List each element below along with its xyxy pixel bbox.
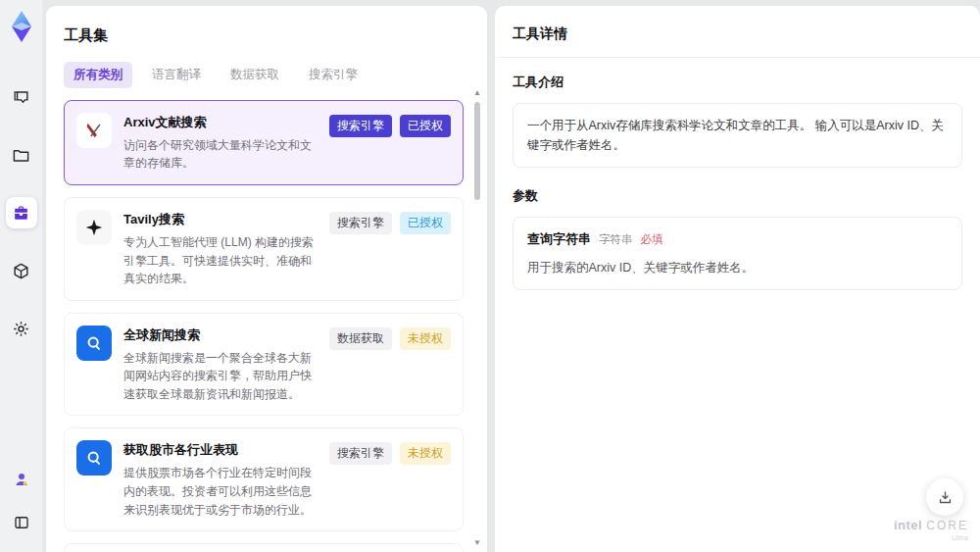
tool-list: Arxiv文献搜索 访问各个研究领域大量科学论文和文章的存储库。 搜索引擎 已授… [46, 98, 487, 552]
tab-search-engine[interactable]: 搜索引擎 [299, 62, 368, 88]
tool-card-sector-performance[interactable]: 获取股市各行业表现 提供股票市场各个行业在特定时间段内的表现。投资者可以利用这些… [64, 427, 464, 531]
param-card: 查询字符串 字符串 必填 用于搜索的Arxiv ID、关键字或作者姓名。 [513, 217, 962, 290]
app-logo[interactable] [6, 9, 37, 44]
arxiv-x-icon [76, 113, 112, 148]
param-type: 字符串 [599, 230, 633, 248]
toolbox-icon[interactable] [6, 197, 37, 228]
intel-core-logo: intel CORE Ultra [894, 518, 968, 542]
status-badge: 未授权 [400, 327, 451, 350]
page-title: 工具集 [46, 6, 487, 45]
tool-card-tavily[interactable]: Tavily搜索 专为人工智能代理 (LLM) 构建的搜索引擎工具。可快速提供实… [64, 197, 464, 301]
tool-name: Arxiv文献搜索 [123, 113, 321, 131]
status-badge: 未授权 [400, 442, 451, 465]
category-badge: 搜索引擎 [329, 212, 392, 234]
folder-icon[interactable] [6, 139, 37, 171]
download-icon [937, 489, 954, 506]
tool-card-arxiv[interactable]: Arxiv文献搜索 访问各个研究领域大量科学论文和文章的存储库。 搜索引擎 已授… [64, 100, 464, 185]
tab-language-translation[interactable]: 语言翻译 [142, 62, 211, 88]
intro-text: 一个用于从Arxiv存储库搜索科学论文和文章的工具。 输入可以是Arxiv ID… [513, 103, 962, 168]
category-badge: 搜索引擎 [329, 442, 392, 465]
news-app-icon [76, 326, 112, 361]
tool-card-global-news[interactable]: 全球新闻搜索 全球新闻搜索是一个聚合全球各大新闻网站内容的搜索引擎，帮助用户快速… [64, 313, 464, 417]
tool-description: 提供股票市场各个行业在特定时间段内的表现。投资者可以利用这些信息来识别表现优于或… [123, 464, 321, 519]
param-name: 查询字符串 [527, 229, 591, 250]
four-point-star-icon [76, 210, 112, 245]
tool-name: 全球新闻搜索 [123, 326, 321, 344]
category-tabs: 所有类别 语言翻译 数据获取 搜索引擎 [46, 45, 487, 98]
param-required-flag: 必填 [641, 230, 663, 248]
download-button[interactable] [926, 478, 963, 516]
intro-heading: 工具介绍 [513, 74, 962, 91]
tool-description: 专为人工智能代理 (LLM) 构建的搜索引擎工具。可快速提供实时、准确和真实的结… [123, 233, 321, 288]
cube-icon[interactable] [6, 255, 37, 286]
tool-description: 访问各个研究领域大量科学论文和文章的存储库。 [123, 136, 321, 173]
chat-icon[interactable] [6, 81, 37, 113]
stock-app-icon [76, 440, 112, 476]
params-heading: 参数 [513, 187, 962, 205]
category-badge: 数据获取 [329, 327, 392, 350]
status-badge: 已授权 [400, 212, 451, 234]
user-icon[interactable] [6, 464, 37, 495]
param-description: 用于搜索的Arxiv ID、关键字或作者姓名。 [527, 258, 948, 277]
tab-all-categories[interactable]: 所有类别 [64, 62, 132, 88]
tool-name: 获取股市各行业表现 [123, 440, 321, 459]
gear-icon[interactable] [6, 313, 37, 344]
tool-name: Tavily搜索 [123, 210, 321, 228]
category-badge: 搜索引擎 [329, 115, 392, 137]
tool-list-panel: 工具集 所有类别 语言翻译 数据获取 搜索引擎 Arxiv文献搜索 访问各个研究… [46, 6, 487, 552]
tool-details-panel: 工具详情 工具介绍 一个用于从Arxiv存储库搜索科学论文和文章的工具。 输入可… [495, 6, 980, 552]
scroll-down-icon[interactable]: ▼ [472, 538, 482, 548]
details-title: 工具详情 [495, 6, 980, 58]
list-scrollbar[interactable]: ▲ ▼ [472, 88, 482, 548]
scroll-up-icon[interactable]: ▲ [472, 88, 482, 98]
tool-description: 全球新闻搜索是一个聚合全球各大新闻网站内容的搜索引擎，帮助用户快速获取全球最新资… [123, 349, 321, 404]
app-sidebar [0, 0, 42, 552]
scrollbar-thumb[interactable] [474, 102, 480, 200]
tool-card-most-active-stocks[interactable]: 获取市场最活跃股票信息 提供当天交易量最高的股票列表，投资者可以利用这些信息来识… [64, 543, 464, 552]
brand-intel: intel [894, 518, 922, 532]
tab-data-fetch[interactable]: 数据获取 [220, 62, 289, 88]
panel-toggle-icon[interactable] [6, 507, 37, 538]
brand-core: CORE [926, 519, 968, 532]
brand-ultra: Ultra [894, 533, 968, 542]
status-badge: 已授权 [400, 115, 451, 137]
